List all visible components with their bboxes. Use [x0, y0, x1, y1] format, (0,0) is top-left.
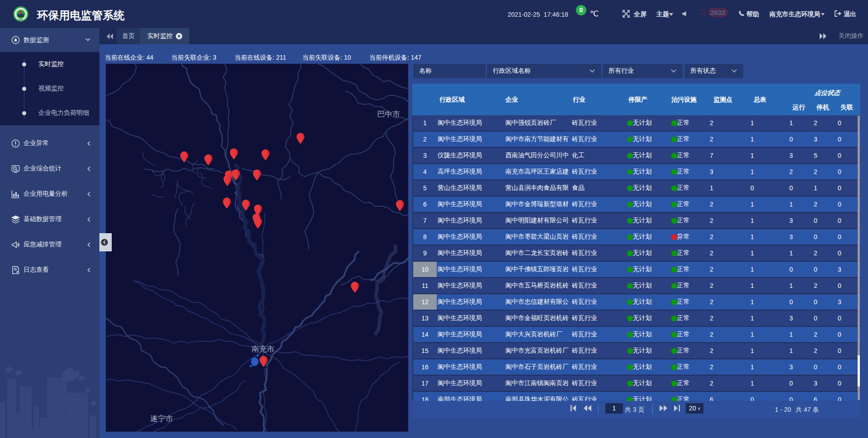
svg-text:遂宁市: 遂宁市 [150, 414, 173, 423]
svg-text:巴中市: 巴中市 [377, 110, 400, 118]
svg-text:南充市: 南充市 [251, 345, 274, 353]
